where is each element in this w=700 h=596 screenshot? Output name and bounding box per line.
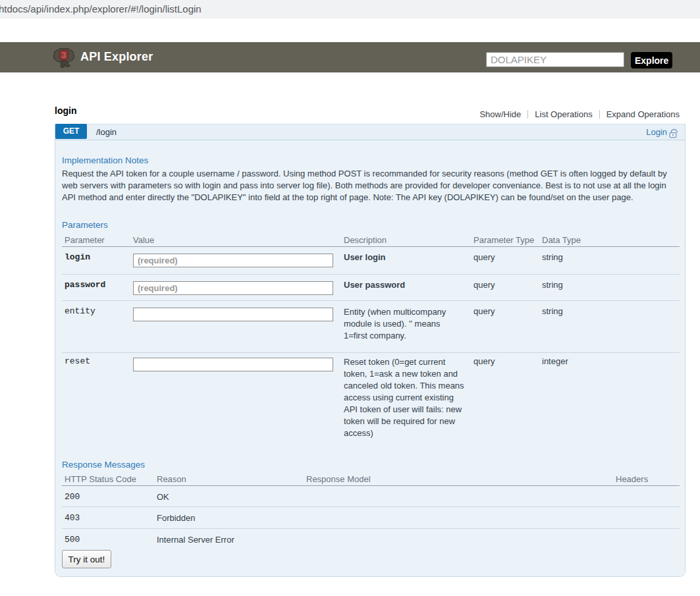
svg-text:3: 3 <box>61 50 66 60</box>
